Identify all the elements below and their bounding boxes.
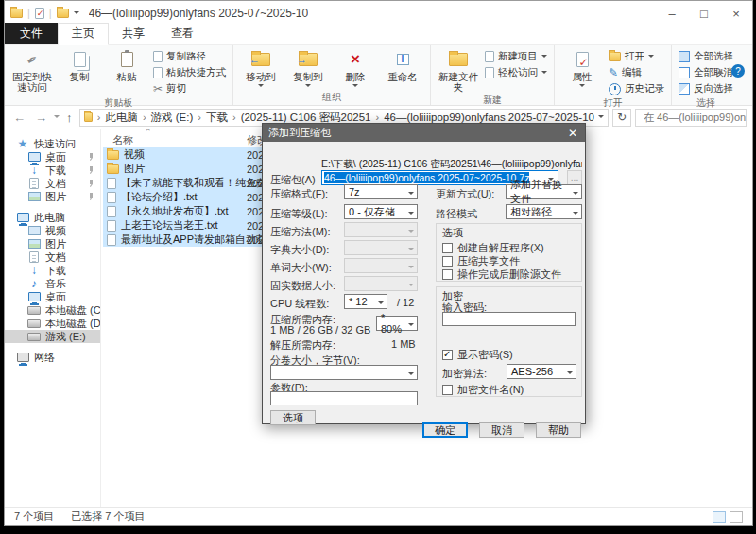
chevron-down-icon	[648, 55, 654, 60]
cpu-threads-select[interactable]: * 12	[344, 294, 387, 309]
close-button[interactable]: ×	[720, 1, 752, 26]
address-dropdown-icon[interactable]	[598, 115, 604, 121]
details-view-icon[interactable]	[713, 511, 726, 523]
new-folder-button[interactable]: 新建文件夹	[435, 48, 482, 94]
sidebar-item-downloads[interactable]: ↓下载	[5, 264, 100, 277]
dialog-title-bar[interactable]: 添加到压缩包 ✕	[263, 124, 585, 142]
breadcrumb-this-pc[interactable]: 此电脑	[105, 111, 138, 125]
password-input[interactable]	[442, 312, 576, 326]
sidebar-item-network[interactable]: 网络	[5, 351, 100, 364]
dialog-close-icon[interactable]: ✕	[560, 124, 585, 142]
sidebar-item-pictures[interactable]: 图片	[5, 237, 100, 250]
minimize-button[interactable]: –	[656, 1, 688, 26]
update-mode-select[interactable]: 添加并替换文件	[506, 184, 582, 199]
sidebar-item-this-pc[interactable]: 此电脑	[5, 211, 100, 224]
properties-qat-button[interactable]: ✓	[35, 8, 44, 19]
collapse-ribbon-icon[interactable]	[716, 66, 724, 74]
history-button[interactable]: 历史记录	[606, 81, 667, 96]
ok-button[interactable]: 确定	[422, 422, 468, 438]
pin-to-quick-access-button[interactable]: ✒ 固定到快速访问	[9, 48, 56, 94]
checkbox-icon	[442, 385, 453, 395]
rename-button[interactable]: 重命名	[379, 48, 426, 83]
split-size-combo[interactable]	[270, 365, 418, 380]
show-password-checkbox[interactable]: 显示密码(S)	[442, 348, 513, 362]
chevron-down-icon	[258, 84, 264, 90]
sidebar-item-quick-access[interactable]: ★快速访问	[5, 137, 100, 150]
screen: | ✓ | 46—(loliiiipop99)onlyfans 2025-07~…	[0, 0, 756, 534]
new-item-icon	[485, 51, 494, 62]
parameters-input[interactable]	[270, 391, 418, 405]
folder-icon	[10, 9, 23, 18]
copy-button[interactable]: 复制	[56, 48, 103, 83]
thumbnails-view-icon[interactable]	[730, 511, 743, 523]
cut-button[interactable]: ✂剪切	[150, 81, 229, 96]
encryption-method-select[interactable]: AES-256	[507, 364, 576, 379]
check-icon: ✓	[37, 9, 44, 18]
selected-count: 已选择 7 个项目	[71, 509, 145, 524]
create-sfx-checkbox[interactable]: 创建自解压程序(X)	[442, 241, 544, 255]
sidebar-item-documents[interactable]: 文档	[5, 250, 100, 264]
paste-shortcut-button[interactable]: 粘贴快捷方式	[150, 65, 229, 80]
breadcrumb-drive[interactable]: 游戏 (E:)	[151, 111, 194, 125]
paste-button[interactable]: 粘贴	[103, 48, 150, 83]
properties-button[interactable]: ✓ 属性	[558, 48, 606, 91]
sidebar-item-pictures-qa[interactable]: 图片	[5, 190, 100, 203]
method-label: 压缩方法(M):	[270, 225, 331, 239]
column-header-name[interactable]: 名称	[112, 133, 133, 147]
copy-to-button[interactable]: → 复制到	[284, 48, 332, 91]
sidebar-item-videos[interactable]: 视频	[5, 224, 100, 237]
breadcrumb-downloads[interactable]: 下载	[206, 111, 228, 125]
sidebar-item-drive-e[interactable]: 游戏 (E:)	[5, 330, 100, 343]
sidebar-item-music[interactable]: ♪音乐	[5, 277, 100, 290]
sidebar-item-drive-d[interactable]: 本地磁盘 (D:)	[5, 317, 100, 330]
chevron-down-icon	[305, 84, 311, 90]
easy-access-button[interactable]: 轻松访问	[482, 65, 550, 80]
group-label-clipboard: 剪贴板	[7, 96, 231, 112]
level-select[interactable]: 0 - 仅存储	[344, 204, 418, 219]
back-icon[interactable]: ←	[10, 111, 28, 125]
sidebar-item-drive-c[interactable]: 本地磁盘 (C:)	[5, 303, 100, 317]
recent-locations-icon[interactable]	[54, 115, 60, 121]
select-all-icon	[679, 51, 690, 62]
sidebar-item-documents-qa[interactable]: 文档	[5, 177, 100, 190]
format-select[interactable]: 7z	[344, 184, 418, 199]
invert-selection-button[interactable]: 反向选择	[676, 81, 736, 96]
new-item-button[interactable]: 新建项目	[482, 49, 550, 64]
path-mode-select[interactable]: 相对路径	[506, 204, 582, 219]
maximize-button[interactable]: □	[688, 1, 720, 26]
drive-icon	[27, 333, 41, 341]
forward-icon[interactable]: →	[32, 111, 50, 125]
encrypt-filenames-checkbox[interactable]: 加密文件名(N)	[442, 383, 524, 397]
delete-after-checkbox[interactable]: 操作完成后删除源文件	[442, 267, 561, 282]
help-button[interactable]: 帮助	[536, 422, 581, 438]
invert-selection-icon	[679, 83, 690, 95]
browse-button[interactable]: ...	[567, 170, 582, 185]
delete-icon: ×	[351, 50, 360, 69]
arrow-right-icon: →	[297, 54, 307, 65]
edit-button[interactable]: ✎编辑	[606, 65, 667, 80]
tab-home[interactable]: 主页	[58, 23, 109, 45]
delete-button[interactable]: × 删除	[332, 48, 379, 91]
compress-shared-checkbox[interactable]: 压缩共享文件	[442, 254, 520, 268]
memory-percent-select[interactable]: * 80%	[376, 316, 418, 331]
tab-file[interactable]: 文件	[5, 23, 58, 44]
up-icon[interactable]: ↑	[63, 111, 76, 125]
help-icon[interactable]: ?	[731, 64, 745, 78]
tab-share[interactable]: 共享	[109, 24, 158, 44]
dialog-options-button[interactable]: 选项	[270, 410, 316, 425]
decompress-memory-label: 解压所需内存:	[270, 338, 335, 353]
sidebar-item-desktop-qa[interactable]: 桌面	[5, 150, 100, 164]
pin-icon	[87, 193, 94, 200]
move-to-button[interactable]: ← 移动到	[237, 48, 284, 91]
sidebar-item-desktop[interactable]: 桌面	[5, 290, 100, 303]
cancel-button[interactable]: 取消	[479, 422, 524, 438]
sidebar-item-downloads-qa[interactable]: ↓下载	[5, 164, 100, 177]
open-button[interactable]: 打开	[606, 49, 667, 64]
breadcrumb-current-folder[interactable]: 46—(loliiiipop99)onlyfans 2025-07~2025-1…	[384, 112, 594, 123]
select-all-button[interactable]: 全部选择	[676, 49, 736, 64]
copy-path-button[interactable]: 复制路径	[150, 49, 229, 64]
text-file-icon	[107, 234, 116, 246]
qat-dropdown-icon[interactable]	[74, 11, 79, 17]
quick-access-toolbar: | ✓ |	[10, 8, 79, 19]
tab-view[interactable]: 查看	[158, 24, 207, 44]
